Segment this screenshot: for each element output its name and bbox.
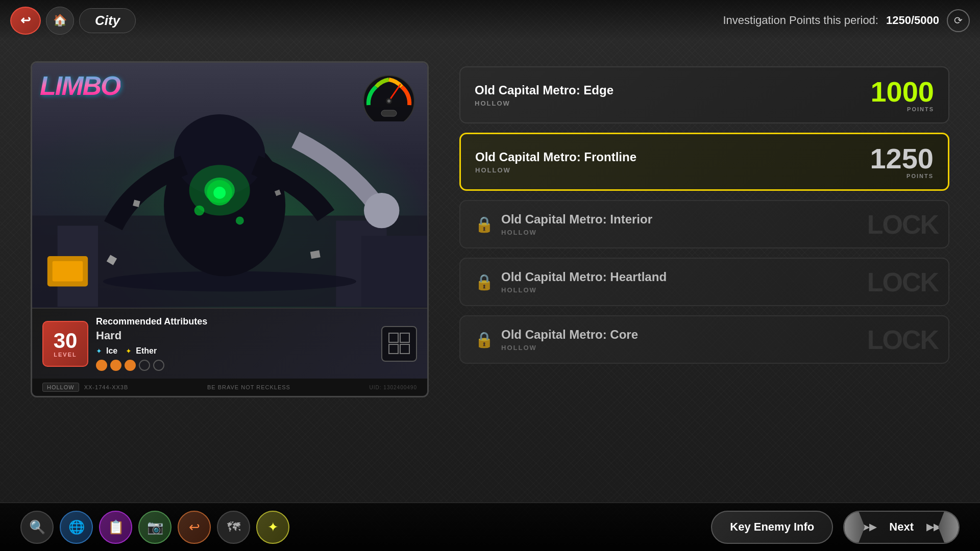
ether-icon: ✦	[126, 347, 132, 355]
svg-rect-19	[53, 261, 83, 282]
mission-heartland[interactable]: 🔒 Old Capital Metro: Heartland HOLLOW LO…	[459, 258, 949, 306]
serial-text: XX-1744-XX3B	[84, 384, 129, 390]
key-enemy-button[interactable]: Key Enemy Info	[711, 511, 833, 544]
mission-core-left: 🔒 Old Capital Metro: Core HOLLOW	[475, 328, 638, 352]
ice-attribute: Ice	[106, 346, 117, 356]
mission-heartland-left: 🔒 Old Capital Metro: Heartland HOLLOW	[475, 270, 667, 294]
mission-frontline-points-label: POINTS	[906, 173, 934, 179]
svg-point-12	[194, 206, 205, 216]
recommended-text: Recommended Attributes	[96, 316, 374, 327]
investigation-label: Investigation Points this period:	[723, 14, 878, 27]
card-details: Recommended Attributes Hard ✦ Ice ✦ Ethe…	[96, 316, 374, 371]
mission-heartland-tag: HOLLOW	[501, 286, 667, 294]
mission-core[interactable]: 🔒 Old Capital Metro: Core HOLLOW LOCK	[459, 315, 949, 364]
home-button[interactable]: 🏠	[46, 7, 74, 35]
mission-edge[interactable]: Old Capital Metro: Edge HOLLOW 1000 POIN…	[459, 66, 949, 123]
dot-1	[96, 360, 107, 371]
gauge-meter	[358, 70, 420, 121]
mission-frontline-name: Old Capital Metro: Frontline	[475, 150, 636, 164]
mission-heartland-lock-text: LOCK	[867, 267, 938, 297]
card-icon: 📋	[108, 519, 124, 535]
key-enemy-label: Key Enemy Info	[730, 520, 814, 534]
level-badge: 30 LEVEL	[42, 321, 88, 367]
mission-frontline-text: Old Capital Metro: Frontline HOLLOW	[475, 150, 636, 174]
game-card-container: LIMBO	[31, 61, 429, 397]
mission-edge-points: 1000	[870, 78, 934, 106]
mission-interior-left: 🔒 Old Capital Metro: Interior HOLLOW	[475, 212, 652, 236]
limbo-title: LIMBO	[40, 70, 120, 101]
location-text: City	[95, 13, 120, 28]
mission-interior-tag: HOLLOW	[501, 229, 652, 236]
mission-edge-left: Old Capital Metro: Edge HOLLOW	[475, 83, 614, 107]
globe-icon: 🌐	[68, 519, 85, 535]
svg-rect-24	[381, 110, 397, 116]
limbo-logo: LIMBO	[40, 70, 120, 101]
level-number: 30	[54, 330, 78, 352]
bottom-bar: 🔍 🌐 📋 📷 ↩ 🗺 ✦ Key Enemy Info ▶▶ Next ▶▶	[0, 503, 980, 551]
investigation-points: Investigation Points this period: 1250/5…	[723, 9, 970, 32]
location-badge: City	[79, 8, 136, 33]
dot-3	[125, 360, 136, 371]
card-button[interactable]: 📋	[99, 511, 132, 544]
investigation-value: 1250/5000	[886, 14, 939, 27]
svg-rect-3	[361, 236, 427, 307]
svg-point-9	[364, 193, 399, 228]
history-button[interactable]: ↩	[178, 511, 211, 544]
hollow-tag: HOLLOW	[42, 383, 79, 392]
barcode-text: BE BRAVE NOT RECKLESS	[207, 384, 290, 390]
chevron-right-icon: ▶▶	[926, 521, 941, 533]
difficulty-dots	[96, 360, 374, 371]
ether-attribute: Ether	[136, 346, 157, 356]
bottom-right-buttons: Key Enemy Info ▶▶ Next ▶▶	[711, 511, 960, 544]
main-content: LIMBO	[0, 51, 980, 500]
mission-interior-lock-text: LOCK	[867, 209, 938, 240]
map-button[interactable]: 🗺	[217, 511, 250, 544]
mission-edge-tag: HOLLOW	[475, 99, 614, 107]
back-icon: ↩	[20, 13, 31, 28]
map-icon: 🗺	[227, 519, 240, 535]
ice-icon: ✦	[96, 347, 102, 355]
mission-frontline-tag: HOLLOW	[475, 166, 636, 174]
lock-icon-core: 🔒	[475, 331, 494, 348]
mission-core-lock-text: LOCK	[867, 324, 938, 355]
svg-rect-26	[400, 333, 409, 342]
dot-4	[139, 360, 150, 371]
back-button[interactable]: ↩	[10, 7, 41, 35]
top-bar: ↩ 🏠 City Investigation Points this perio…	[0, 0, 980, 41]
photo-button[interactable]: 📷	[138, 511, 172, 544]
svg-rect-28	[400, 344, 409, 354]
card-info-row: 30 LEVEL Recommended Attributes Hard ✦ I…	[32, 308, 427, 379]
mission-frontline-points: 1250	[870, 144, 934, 173]
mission-edge-right: 1000 POINTS	[870, 78, 934, 112]
game-card: LIMBO	[31, 61, 429, 397]
level-label: LEVEL	[54, 352, 77, 358]
difficulty-text: Hard	[96, 329, 374, 342]
mission-interior[interactable]: 🔒 Old Capital Metro: Interior HOLLOW LOC…	[459, 200, 949, 248]
mission-interior-text: Old Capital Metro: Interior HOLLOW	[501, 212, 652, 236]
uid-text: UID: 1302400490	[370, 385, 417, 390]
svg-rect-27	[389, 344, 398, 354]
mission-edge-name: Old Capital Metro: Edge	[475, 83, 614, 97]
dot-5	[153, 360, 164, 371]
svg-point-13	[236, 217, 244, 225]
card-bottom-info: HOLLOW XX-1744-XX3B BE BRAVE NOT RECKLES…	[32, 379, 427, 396]
dot-2	[110, 360, 121, 371]
next-label: Next	[889, 520, 914, 534]
mission-frontline-right: 1250 POINTS	[870, 144, 934, 179]
search-button[interactable]: 🔍	[20, 511, 54, 544]
settings-button[interactable]: ⟳	[947, 9, 970, 32]
star-button[interactable]: ✦	[256, 511, 289, 544]
mission-core-text: Old Capital Metro: Core HOLLOW	[501, 328, 638, 352]
mission-frontline[interactable]: Old Capital Metro: Frontline HOLLOW 1250…	[459, 133, 949, 191]
grid-svg	[388, 332, 411, 355]
lock-icon-heartland: 🔒	[475, 273, 494, 291]
mission-frontline-left: Old Capital Metro: Frontline HOLLOW	[475, 150, 636, 174]
next-button[interactable]: ▶▶ Next ▶▶	[843, 511, 960, 544]
mission-core-tag: HOLLOW	[501, 344, 638, 352]
globe-button[interactable]: 🌐	[60, 511, 93, 544]
gauge-svg	[358, 70, 420, 121]
chevron-left-icon: ▶▶	[862, 521, 876, 533]
lock-icon-interior: 🔒	[475, 215, 494, 233]
card-grid-icon	[381, 326, 417, 362]
bottom-icons: 🔍 🌐 📋 📷 ↩ 🗺 ✦	[20, 511, 289, 544]
